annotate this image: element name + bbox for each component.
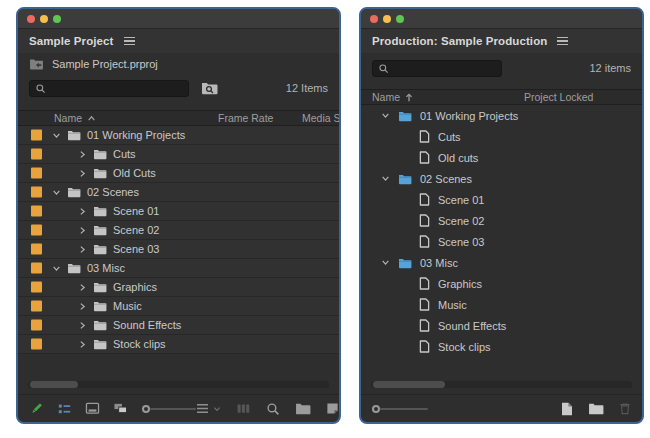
production-item-row[interactable]: 01 Working Projects (361, 105, 642, 126)
close-traffic-light[interactable] (27, 15, 35, 23)
column-header-name[interactable]: Name (361, 91, 413, 103)
horizontal-scrollbar[interactable] (371, 381, 632, 388)
item-name: Cuts (438, 131, 461, 143)
zoom-slider[interactable] (372, 405, 428, 413)
delete-button[interactable] (619, 402, 631, 415)
zoom-slider-knob[interactable] (372, 405, 380, 413)
search-box[interactable] (372, 60, 502, 77)
label-color-chip[interactable] (31, 168, 42, 179)
chevron-right-icon[interactable] (78, 150, 87, 159)
bin-tree-row[interactable]: Graphics (18, 278, 339, 297)
bin-tree-row[interactable]: Scene 02 (18, 221, 339, 240)
column-header-name[interactable]: Name (18, 112, 96, 124)
label-color-chip[interactable] (31, 206, 42, 217)
new-bin-button[interactable] (588, 402, 604, 415)
label-color-chip[interactable] (31, 339, 42, 350)
production-item-row[interactable]: Graphics (361, 273, 642, 294)
item-name: Scene 01 (438, 194, 484, 206)
new-item-button[interactable] (326, 402, 339, 415)
zoom-traffic-light[interactable] (396, 15, 404, 23)
panel-menu-icon[interactable] (124, 37, 135, 46)
search-input[interactable] (50, 82, 183, 94)
chevron-right-icon[interactable] (78, 321, 87, 330)
chevron-down-icon[interactable] (381, 174, 390, 183)
automate-to-sequence-button[interactable] (236, 403, 251, 414)
close-traffic-light[interactable] (370, 15, 378, 23)
chevron-right-icon[interactable] (78, 283, 87, 292)
item-name: Music (438, 299, 467, 311)
label-color-chip[interactable] (31, 282, 42, 293)
minimize-traffic-light[interactable] (40, 15, 48, 23)
bin-tree-row[interactable]: 02 Scenes (18, 183, 339, 202)
sort-options-button[interactable] (196, 403, 221, 414)
production-folder-icon (398, 257, 412, 269)
bin-tree-row[interactable]: Cuts (18, 145, 339, 164)
bin-tree-row[interactable]: Old Cuts (18, 164, 339, 183)
zoom-slider-track[interactable] (380, 408, 428, 410)
item-name: Sound Effects (438, 320, 506, 332)
search-input[interactable] (393, 62, 496, 74)
label-color-chip[interactable] (31, 263, 42, 274)
column-header-frame-rate[interactable]: Frame Rate (218, 112, 273, 124)
find-button[interactable] (266, 402, 280, 416)
freeform-view-button[interactable] (113, 402, 129, 416)
chevron-down-icon[interactable] (52, 188, 61, 197)
new-project-button[interactable] (561, 402, 573, 416)
list-view-button[interactable] (57, 402, 72, 416)
chevron-right-icon[interactable] (78, 340, 87, 349)
chevron-down-icon[interactable] (52, 264, 61, 273)
search-box[interactable] (29, 80, 189, 97)
production-item-row[interactable]: Scene 01 (361, 189, 642, 210)
project-file-row[interactable]: Sample Project.prproj (18, 53, 339, 75)
zoom-slider-knob[interactable] (142, 405, 150, 413)
chevron-down-icon[interactable] (52, 131, 61, 140)
bin-tree-row[interactable]: 03 Misc (18, 259, 339, 278)
production-item-row[interactable]: Old cuts (361, 147, 642, 168)
production-item-row[interactable]: Music (361, 294, 642, 315)
label-color-chip[interactable] (31, 225, 42, 236)
horizontal-scrollbar[interactable] (28, 381, 329, 388)
chevron-right-icon[interactable] (78, 302, 87, 311)
zoom-slider[interactable] (142, 405, 196, 413)
scrollbar-thumb[interactable] (30, 381, 78, 388)
project-writable-pencil-icon (29, 401, 44, 416)
create-search-bin-button[interactable] (201, 81, 218, 95)
chevron-right-icon[interactable] (78, 207, 87, 216)
minimize-traffic-light[interactable] (383, 15, 391, 23)
chevron-down-icon[interactable] (381, 258, 390, 267)
production-folder-icon (398, 173, 412, 185)
panel-menu-icon[interactable] (557, 37, 568, 46)
chevron-down-icon[interactable] (381, 111, 390, 120)
production-item-row[interactable]: Cuts (361, 126, 642, 147)
label-color-chip[interactable] (31, 320, 42, 331)
panel-tab-title[interactable]: Production: Sample Production (372, 35, 547, 47)
production-item-row[interactable]: Sound Effects (361, 315, 642, 336)
label-color-chip[interactable] (31, 244, 42, 255)
production-item-row[interactable]: Scene 02 (361, 210, 642, 231)
production-item-row[interactable]: 02 Scenes (361, 168, 642, 189)
bin-tree-row[interactable]: Scene 01 (18, 202, 339, 221)
chevron-right-icon[interactable] (78, 245, 87, 254)
production-item-row[interactable]: Stock clips (361, 336, 642, 357)
zoom-traffic-light[interactable] (53, 15, 61, 23)
column-header-media-start[interactable]: Media S (302, 112, 341, 124)
bin-tree-row[interactable]: Sound Effects (18, 316, 339, 335)
label-color-chip[interactable] (31, 130, 42, 141)
chevron-right-icon[interactable] (78, 169, 87, 178)
bin-tree-row[interactable]: Scene 03 (18, 240, 339, 259)
bin-tree-row[interactable]: Music (18, 297, 339, 316)
column-header-project-locked[interactable]: Project Locked (524, 91, 593, 103)
production-item-row[interactable]: 03 Misc (361, 252, 642, 273)
label-color-chip[interactable] (31, 301, 42, 312)
bin-tree-row[interactable]: 01 Working Projects (18, 126, 339, 145)
production-item-row[interactable]: Scene 03 (361, 231, 642, 252)
scrollbar-thumb[interactable] (373, 381, 445, 388)
panel-tab-title[interactable]: Sample Project (29, 35, 114, 47)
icon-view-button[interactable] (85, 402, 100, 415)
bin-tree-row[interactable]: Stock clips (18, 335, 339, 354)
chevron-right-icon[interactable] (78, 226, 87, 235)
label-color-chip[interactable] (31, 187, 42, 198)
zoom-slider-track[interactable] (150, 408, 196, 410)
new-bin-button[interactable] (295, 402, 311, 415)
label-color-chip[interactable] (31, 149, 42, 160)
